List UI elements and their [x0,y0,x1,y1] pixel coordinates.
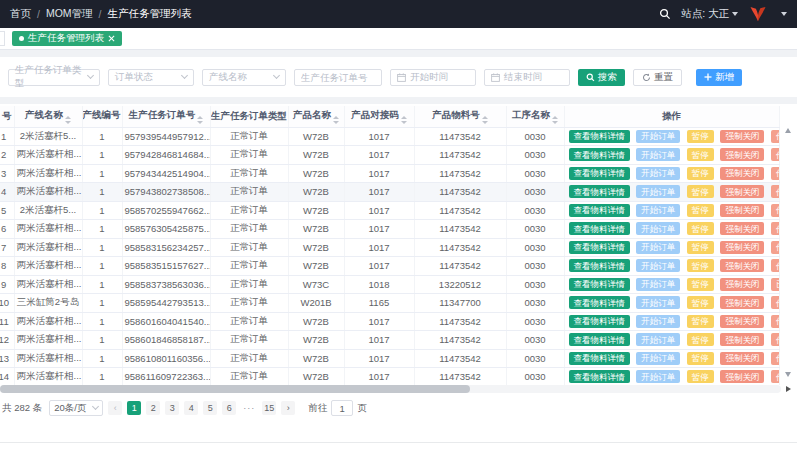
force-close-button[interactable]: 强制关闭 [720,259,764,272]
force-close-button[interactable]: 强制关闭 [720,296,764,309]
sort-icon[interactable] [401,116,407,124]
jump-page-input[interactable] [331,400,353,416]
page-button-15[interactable]: 15 [262,401,276,415]
void-button[interactable]: 作废 [771,370,779,383]
force-close-button[interactable]: 强制关闭 [720,167,764,180]
pause-button[interactable]: 暂停 [687,259,714,272]
void-button[interactable]: 作废 [771,148,779,161]
start-order-button[interactable]: 开始订单 [636,352,680,365]
pause-button[interactable]: 暂停 [687,352,714,365]
start-order-button[interactable]: 开始订单 [636,185,680,198]
pause-button[interactable]: 暂停 [687,204,714,217]
horizontal-scrollbar-thumb[interactable] [0,385,470,393]
prev-page-button[interactable]: ‹ [108,401,122,415]
horizontal-scrollbar[interactable] [0,385,781,393]
void-button[interactable]: 已作废 [771,278,779,291]
force-close-button[interactable]: 强制关闭 [720,352,764,365]
order-status-select[interactable]: 订单状态 [108,69,194,86]
col-header-process-name[interactable]: 工序名称 [506,106,564,127]
col-header-order-no[interactable]: 生产任务订单号 [122,106,210,127]
pause-button[interactable]: 暂停 [687,185,714,198]
scroll-right-icon[interactable] [786,386,791,392]
pause-button[interactable]: 暂停 [687,370,714,383]
force-close-button[interactable]: 强制关闭 [720,278,764,291]
pause-button[interactable]: 暂停 [687,130,714,143]
pause-button[interactable]: 暂停 [687,315,714,328]
close-icon[interactable] [108,35,115,42]
pause-button[interactable]: 暂停 [687,296,714,309]
start-order-button[interactable]: 开始订单 [636,370,680,383]
void-button[interactable]: 作废 [771,333,779,346]
force-close-button[interactable]: 强制关闭 [720,333,764,346]
end-time-field[interactable]: 结束时间 [484,69,570,86]
order-no-input[interactable] [301,72,375,83]
page-button-4[interactable]: 4 [184,401,198,415]
add-button[interactable]: 新增 [696,69,742,86]
search-button[interactable]: 搜索 [578,69,625,86]
site-selector[interactable]: 站点: 大正 [681,7,738,21]
start-order-button[interactable]: 开始订单 [636,148,680,161]
view-bom-button[interactable]: 查看物料详情 [569,241,630,254]
col-header-line-no[interactable]: 产线编号 [82,106,122,127]
start-order-button[interactable]: 开始订单 [636,204,680,217]
force-close-button[interactable]: 强制关闭 [720,130,764,143]
start-order-button[interactable]: 开始订单 [636,130,680,143]
breadcrumb-home[interactable]: 首页 [10,7,31,21]
view-bom-button[interactable]: 查看物料详情 [569,296,630,309]
void-button[interactable]: 作废 [771,315,779,328]
view-bom-button[interactable]: 查看物料详情 [569,167,630,180]
view-bom-button[interactable]: 查看物料详情 [569,185,630,198]
view-bom-button[interactable]: 查看物料详情 [569,259,630,272]
col-header-material-no[interactable]: 产品物料号 [414,106,506,127]
pause-button[interactable]: 暂停 [687,278,714,291]
more-pages-icon[interactable]: ··· [241,401,257,415]
scroll-up-icon[interactable] [785,128,791,133]
view-bom-button[interactable]: 查看物料详情 [569,130,630,143]
force-close-button[interactable]: 强制关闭 [720,148,764,161]
page-button-6[interactable]: 6 [222,401,236,415]
view-bom-button[interactable]: 查看物料详情 [569,333,630,346]
void-button[interactable]: 作废 [771,204,779,217]
force-close-button[interactable]: 强制关闭 [720,370,764,383]
reset-button[interactable]: 重置 [633,69,682,86]
pause-button[interactable]: 暂停 [687,222,714,235]
start-time-field[interactable]: 开始时间 [390,69,476,86]
page-button-3[interactable]: 3 [165,401,179,415]
void-button[interactable]: 作废 [771,259,779,272]
start-order-button[interactable]: 开始订单 [636,259,680,272]
start-order-button[interactable]: 开始订单 [636,315,680,328]
force-close-button[interactable]: 强制关闭 [720,315,764,328]
force-close-button[interactable]: 强制关闭 [720,241,764,254]
order-type-select[interactable]: 生产任务订单类型 [8,69,100,86]
sort-icon[interactable] [65,116,71,124]
breadcrumb-mom[interactable]: MOM管理 [46,7,93,21]
sort-icon[interactable] [482,116,488,124]
tab-production-task-list[interactable]: 生产任务管理列表 [12,31,122,46]
view-bom-button[interactable]: 查看物料详情 [569,352,630,365]
sort-icon[interactable] [552,116,558,124]
sort-icon[interactable] [197,116,203,124]
start-order-button[interactable]: 开始订单 [636,296,680,309]
view-bom-button[interactable]: 查看物料详情 [569,315,630,328]
start-order-button[interactable]: 开始订单 [636,167,680,180]
page-size-select[interactable]: 20条/页 [49,400,103,416]
view-bom-button[interactable]: 查看物料详情 [569,370,630,383]
line-name-select[interactable]: 产线名称 [202,69,286,86]
start-order-button[interactable]: 开始订单 [636,241,680,254]
search-icon[interactable] [659,8,671,20]
view-bom-button[interactable]: 查看物料详情 [569,148,630,161]
void-button[interactable]: 作废 [771,185,779,198]
void-button[interactable]: 作废 [771,222,779,235]
scroll-down-icon[interactable] [785,372,791,377]
view-bom-button[interactable]: 查看物料详情 [569,204,630,217]
force-close-button[interactable]: 强制关闭 [720,222,764,235]
view-bom-button[interactable]: 查看物料详情 [569,278,630,291]
next-page-button[interactable]: › [281,401,295,415]
void-button[interactable]: 作废 [771,130,779,143]
start-order-button[interactable]: 开始订单 [636,222,680,235]
page-button-2[interactable]: 2 [146,401,160,415]
void-button[interactable]: 作废 [771,167,779,180]
start-order-button[interactable]: 开始订单 [636,278,680,291]
pause-button[interactable]: 暂停 [687,333,714,346]
void-button[interactable]: 作废 [771,352,779,365]
